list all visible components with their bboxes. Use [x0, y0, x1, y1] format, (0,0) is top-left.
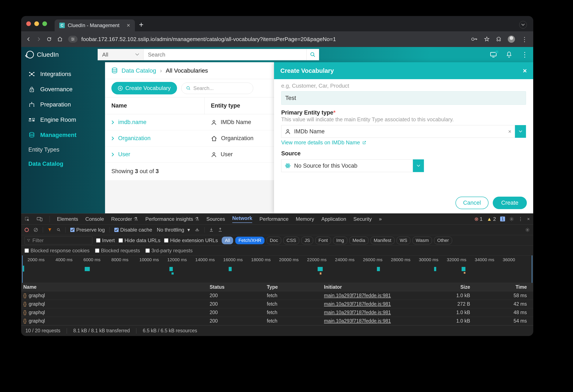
search-button[interactable]: [306, 49, 319, 60]
reload-button[interactable]: [47, 37, 52, 42]
entity-type-select[interactable]: IMDb Name ×: [281, 125, 526, 138]
sidebar-item-preparation[interactable]: Preparation: [21, 97, 105, 112]
sidebar-item-integrations[interactable]: Integrations: [21, 67, 105, 82]
type-pill[interactable]: Other: [434, 237, 452, 244]
entity-details-link[interactable]: View more details on IMDb Name: [281, 139, 366, 146]
site-info-button[interactable]: [68, 36, 77, 43]
brand-logo[interactable]: CluedIn: [26, 51, 59, 58]
forward-button[interactable]: [36, 37, 41, 41]
hide-data-urls-checkbox[interactable]: Hide data URLs: [119, 238, 160, 243]
type-pill[interactable]: Media: [349, 237, 368, 244]
filter-input[interactable]: Filter: [25, 237, 92, 244]
chrome-menu-button[interactable]: ⋮: [521, 35, 528, 43]
preserve-log-checkbox[interactable]: Preserve log: [70, 227, 105, 233]
network-timeline[interactable]: 2000 ms4000 ms6000 ms8000 ms10000 ms1200…: [21, 256, 533, 283]
blocked-cookies-checkbox[interactable]: Blocked response cookies: [25, 248, 90, 254]
type-pill[interactable]: Doc: [267, 237, 281, 244]
sidebar-item-governance[interactable]: Governance: [21, 82, 105, 97]
export-har-button[interactable]: [218, 228, 222, 232]
subnav-data-catalog[interactable]: Data Catalog: [21, 157, 105, 171]
network-row[interactable]: {} graphql 200 fetch main.10a293f7187fed…: [21, 317, 533, 325]
tab-dropdown-button[interactable]: [519, 21, 527, 29]
record-button[interactable]: [25, 228, 29, 232]
initiator-link[interactable]: main.10a293f7187fedde.js:981: [324, 293, 391, 298]
source-dropdown-button[interactable]: [413, 159, 424, 172]
search-scope-dropdown[interactable]: All: [98, 49, 143, 60]
col-initiator[interactable]: Initiator: [324, 284, 415, 290]
close-tab-icon[interactable]: ×: [127, 22, 130, 29]
disable-cache-checkbox[interactable]: Disable cache: [114, 227, 152, 233]
type-pill[interactable]: All: [222, 237, 233, 244]
warnings-badge[interactable]: ▲2: [487, 216, 496, 222]
profile-avatar[interactable]: [508, 35, 515, 43]
initiator-link[interactable]: main.10a293f7187fedde.js:981: [324, 318, 391, 324]
col-name[interactable]: Name: [23, 284, 210, 290]
modal-close-button[interactable]: ×: [523, 67, 527, 75]
search-network-button[interactable]: [56, 228, 61, 232]
create-vocabulary-button[interactable]: Create Vocabulary: [111, 82, 177, 94]
back-button[interactable]: [26, 37, 31, 41]
throttling-select[interactable]: No throttling ▾: [157, 227, 190, 233]
devtools-tab[interactable]: Application: [321, 216, 346, 222]
devtools-tab[interactable]: Sources: [206, 216, 225, 222]
devtools-settings-button[interactable]: [509, 217, 514, 222]
errors-badge[interactable]: ⊗1: [474, 216, 483, 222]
inspect-element-button[interactable]: [25, 217, 30, 222]
sidebar-item-engine-room[interactable]: Engine Room: [21, 112, 105, 127]
col-time[interactable]: Time: [470, 284, 531, 290]
address-bar[interactable]: foobar.172.167.52.102.sslip.io/admin/man…: [81, 36, 336, 43]
network-row[interactable]: {} graphql 200 fetch main.10a293f7187fed…: [21, 308, 533, 317]
device-mode-button[interactable]: [37, 217, 42, 222]
devtools-tab[interactable]: Network: [232, 215, 252, 223]
key-icon[interactable]: [471, 37, 478, 41]
third-party-checkbox[interactable]: 3rd-party requests: [145, 248, 193, 254]
invert-checkbox[interactable]: Invert: [96, 238, 115, 243]
search-input[interactable]: [143, 49, 306, 60]
list-search[interactable]: Search...: [181, 83, 253, 94]
type-pill[interactable]: Font: [315, 237, 331, 244]
devtools-tab[interactable]: Console: [85, 216, 104, 222]
close-window[interactable]: [26, 21, 31, 26]
app-menu-button[interactable]: ⋮: [521, 51, 528, 59]
devtools-tab[interactable]: Elements: [57, 216, 78, 222]
devtools-tab[interactable]: Performance: [259, 216, 288, 222]
create-button[interactable]: Create: [493, 197, 527, 209]
devtools-tab[interactable]: Security: [353, 216, 372, 222]
col-size[interactable]: Size: [415, 284, 470, 290]
devtools-tab[interactable]: Memory: [296, 216, 314, 222]
network-settings-button[interactable]: [525, 228, 530, 232]
col-name[interactable]: Name: [105, 97, 205, 114]
browser-tab[interactable]: C CluedIn - Management ×: [55, 19, 135, 31]
devtools-close-button[interactable]: ×: [527, 216, 530, 222]
initiator-link[interactable]: main.10a293f7187fedde.js:981: [324, 310, 391, 315]
new-tab-button[interactable]: +: [139, 20, 143, 29]
bookmark-button[interactable]: [484, 36, 490, 42]
subnav-entity-types[interactable]: Entity Types: [21, 143, 105, 157]
notifications-button[interactable]: [506, 51, 512, 58]
col-type[interactable]: Type: [267, 284, 324, 290]
devtools-menu-button[interactable]: ⋮: [518, 216, 523, 222]
network-conditions-button[interactable]: [195, 228, 200, 232]
issues-badge[interactable]: 1: [500, 217, 505, 222]
type-pill[interactable]: JS: [301, 237, 313, 244]
extensions-button[interactable]: [496, 36, 501, 42]
devtools-more-tabs[interactable]: »: [379, 216, 382, 222]
type-pill[interactable]: Img: [333, 237, 347, 244]
blocked-requests-checkbox[interactable]: Blocked requests: [95, 248, 140, 254]
devtools-tab[interactable]: Recorder ⚗: [111, 216, 138, 222]
vocabulary-name-input[interactable]: [281, 91, 526, 105]
type-pill[interactable]: Fetch/XHR: [235, 237, 265, 244]
import-har-button[interactable]: [209, 228, 214, 232]
cancel-button[interactable]: Cancel: [455, 197, 488, 209]
type-pill[interactable]: WS: [397, 237, 410, 244]
home-button[interactable]: [57, 36, 63, 42]
initiator-link[interactable]: main.10a293f7187fedde.js:981: [324, 301, 391, 307]
type-pill[interactable]: CSS: [283, 237, 299, 244]
breadcrumb-root[interactable]: Data Catalog: [122, 67, 156, 74]
sidebar-item-management[interactable]: Management: [21, 127, 105, 143]
entity-dropdown-button[interactable]: [515, 125, 526, 138]
clear-entity-button[interactable]: ×: [508, 128, 511, 135]
devtools-tab[interactable]: Performance insights ⚗: [145, 216, 199, 222]
type-pill[interactable]: Manifest: [371, 237, 394, 244]
type-pill[interactable]: Wasm: [412, 237, 432, 244]
